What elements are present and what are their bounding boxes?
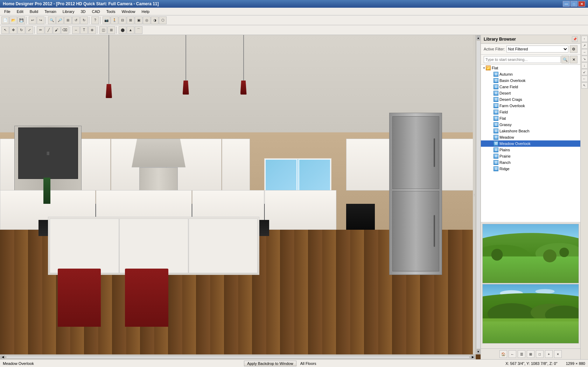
side-btn-3[interactable]: → (581, 49, 588, 55)
side-btn-8[interactable]: ↖ (581, 82, 588, 89)
search-button[interactable]: 🔍 (561, 56, 569, 63)
draw-button[interactable]: ✏ (37, 26, 44, 34)
folder-arrow-flat[interactable]: ▼ (482, 66, 486, 70)
menu-3d[interactable]: 3D (78, 9, 88, 14)
fit-button[interactable]: ⊞ (64, 16, 72, 24)
save-button[interactable]: 💾 (18, 16, 25, 24)
walk-button[interactable]: 🚶 (111, 16, 118, 24)
material-button[interactable]: ◑ (151, 16, 159, 24)
ortho-button[interactable]: ◫ (99, 26, 107, 34)
preview-button[interactable]: □ (536, 350, 544, 358)
side-btn-2[interactable]: ↗ (581, 42, 588, 49)
preview-image-2[interactable] (482, 284, 579, 344)
text-button[interactable]: T (80, 26, 88, 34)
maximize-button[interactable]: □ (570, 1, 578, 7)
rotate-tool-button[interactable]: ↻ (18, 26, 25, 34)
add-button[interactable]: + (545, 350, 553, 358)
zoom-out-button[interactable]: 🔎 (56, 16, 64, 24)
scroll-right-btn[interactable]: ▶ (470, 355, 475, 359)
search-input[interactable] (484, 56, 561, 63)
tree-item-cane-field[interactable]: 🖼 Cane Field (481, 84, 580, 90)
walk-around-button[interactable]: ⬤ (119, 26, 126, 34)
tree-item-autumn[interactable]: 🖼 Autumn (481, 71, 580, 77)
menu-edit[interactable]: Edit (14, 9, 26, 14)
side-btn-1[interactable]: ↑ (581, 36, 588, 42)
question-button[interactable]: ? (91, 16, 99, 24)
obj-button[interactable]: ⬡ (159, 16, 167, 24)
menu-window[interactable]: Window (119, 9, 138, 14)
back-button[interactable]: ← (509, 350, 516, 358)
tree-item-basin[interactable]: 🖼 Basin Overlook (481, 77, 580, 84)
resize-handle[interactable]: ⋮ (473, 35, 476, 354)
rotate-right-button[interactable]: ↻ (80, 16, 88, 24)
rotate-left-button[interactable]: ↺ (72, 16, 80, 24)
object-snap-button[interactable]: ⊞ (107, 26, 115, 34)
detail-view-button[interactable]: ⊞ (527, 350, 534, 358)
redo-button[interactable]: ↪ (37, 16, 44, 24)
terrain-button[interactable]: ⌒ (135, 26, 142, 34)
tree-item-plains[interactable]: 🖼 Plains (481, 147, 580, 153)
paint-button[interactable]: 🖌 (53, 26, 61, 34)
snap-button[interactable]: ⊕ (88, 26, 96, 34)
open-button[interactable]: 📂 (9, 16, 17, 24)
viewport-hscroll[interactable]: ◀ ▶ (0, 354, 476, 359)
erase-button[interactable]: ⌫ (61, 26, 69, 34)
tree-item-desert[interactable]: 🖼 Desert (481, 90, 580, 96)
preview-image-1[interactable] (482, 224, 579, 283)
select-button[interactable]: ↖ (1, 26, 9, 34)
menu-terrain[interactable]: Terrain (42, 9, 59, 14)
tree-item-prairie[interactable]: 🖼 Prairie (481, 153, 580, 159)
line-button[interactable]: ╱ (45, 26, 52, 34)
menu-tools[interactable]: Tools (104, 9, 118, 14)
tree-item-flat-item[interactable]: 🖼 Flat (481, 115, 580, 122)
tree-item-ridge[interactable]: 🖼 Ridge (481, 166, 580, 172)
scroll-up-btn[interactable]: ▲ (477, 35, 480, 40)
menu-file[interactable]: File (1, 9, 13, 14)
tree-item-ranch[interactable]: 🖼 Ranch (481, 159, 580, 166)
dim-button[interactable]: ↔ (72, 26, 80, 34)
elevation-button[interactable]: ⊠ (127, 16, 134, 24)
tree-item-flat-folder[interactable]: ▼ 📁 Flat (481, 65, 580, 71)
viewport-3d[interactable]: ||| (0, 35, 481, 359)
level-button[interactable]: ▲ (127, 26, 134, 34)
undo-button[interactable]: ↩ (29, 16, 36, 24)
camera-button[interactable]: 📷 (103, 16, 110, 24)
list-view-button[interactable]: ☰ (518, 350, 525, 358)
menu-library[interactable]: Library (60, 9, 77, 14)
library-tree[interactable]: ▼ 📁 Flat 🖼 Autumn 🖼 Basin Overlook 🖼 (481, 65, 580, 222)
panel-pin-button[interactable]: 📌 (572, 36, 578, 42)
new-button[interactable]: 📄 (1, 16, 9, 24)
scroll-left-btn[interactable]: ◀ (0, 355, 5, 359)
window-controls: — □ ✕ (563, 1, 585, 7)
tree-item-farm-overlook[interactable]: 🖼 Farm Overlook (481, 103, 580, 109)
menu-help[interactable]: Help (139, 9, 153, 14)
render-button[interactable]: ◎ (143, 16, 150, 24)
filter-options-button[interactable]: ⚙ (570, 45, 578, 53)
scale-button[interactable]: ⤢ (26, 26, 33, 34)
tree-item-lakeshore[interactable]: 🖼 Lakeshore Beach (481, 128, 580, 134)
section-button[interactable]: ▣ (135, 16, 142, 24)
tree-item-meadow-overlook[interactable]: 🖼 Meadow Overlook (481, 140, 580, 147)
zoom-in-button[interactable]: 🔍 (48, 16, 56, 24)
move-button[interactable]: ✥ (9, 26, 17, 34)
side-btn-4[interactable]: ↘ (581, 56, 588, 62)
side-btn-6[interactable]: ↙ (581, 69, 588, 75)
close-button[interactable]: ✕ (578, 1, 585, 7)
floor-plan-button[interactable]: ⊟ (119, 16, 126, 24)
filter-dropdown[interactable]: Not Filtered (506, 46, 568, 53)
tree-item-meadow[interactable]: 🖼 Meadow (481, 134, 580, 140)
side-btn-7[interactable]: ← (581, 76, 588, 82)
delete-button[interactable]: × (554, 350, 562, 358)
tree-item-grassy[interactable]: 🖼 Grassy (481, 122, 580, 128)
apply-backdrop-button[interactable]: Apply Backdrop to Window (244, 361, 296, 366)
tree-item-field[interactable]: 🖼 Field (481, 109, 580, 115)
side-btn-5[interactable]: ↓ (581, 62, 588, 69)
scroll-down-btn[interactable]: ▼ (477, 349, 480, 354)
home-button[interactable]: 🏠 (499, 350, 507, 358)
tree-item-desert-crags[interactable]: 🖼 Desert Crags (481, 96, 580, 103)
minimize-button[interactable]: — (563, 1, 570, 7)
menu-cad[interactable]: CAD (89, 9, 103, 14)
clear-search-button[interactable]: ✕ (570, 56, 578, 63)
menu-build[interactable]: Build (27, 9, 41, 14)
viewport-vscroll[interactable]: ▲ ▼ (476, 35, 481, 354)
